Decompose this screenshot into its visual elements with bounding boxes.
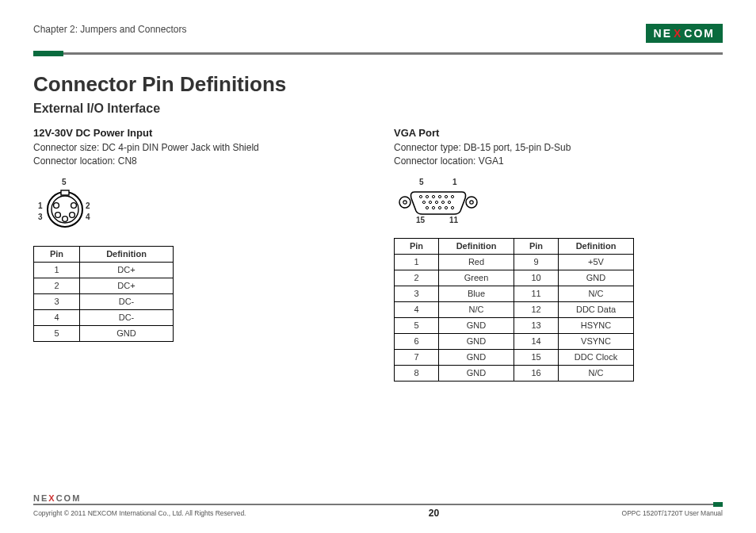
svg-point-27 — [451, 195, 453, 197]
vga-pin-table: Pin Definition Pin Definition 1Red9+5V2G… — [394, 238, 634, 382]
svg-point-26 — [451, 206, 453, 209]
right-column: VGA Port Connector type: DB-15 port, 15-… — [394, 122, 723, 382]
footer-logo-x: X — [48, 493, 55, 503]
table-row: 4DC- — [34, 309, 174, 325]
din-label-2: 2 — [86, 201, 90, 210]
table-row: 5GND13HSYNC — [395, 317, 634, 333]
table-cell: 10 — [514, 270, 559, 286]
svg-point-7 — [63, 216, 68, 221]
logo-text-pre: NE — [654, 27, 672, 40]
power-input-desc2: Connector location: CN8 — [33, 155, 362, 168]
table-cell: DDC Clock — [559, 349, 634, 365]
table-cell: GND — [439, 349, 514, 365]
table-row: 8GND16N/C — [395, 365, 634, 381]
table-cell: HSYNC — [559, 317, 634, 333]
table-cell: 11 — [514, 286, 559, 301]
table-cell: GND — [439, 333, 514, 349]
nexcom-logo: NEXCOM — [646, 24, 723, 43]
content-columns: 12V-30V DC Power Input Connector size: D… — [33, 122, 723, 382]
table-row: 7GND15DDC Clock — [395, 349, 634, 365]
table-row: 6GND14VSYNC — [395, 333, 634, 349]
table-cell: 9 — [514, 254, 559, 270]
doc-title: OPPC 1520T/1720T User Manual — [622, 509, 723, 517]
table-row: 1Red9+5V — [395, 254, 634, 270]
left-column: 12V-30V DC Power Input Connector size: D… — [33, 122, 362, 382]
vga-label-15: 15 — [416, 216, 425, 224]
logo-text-x: X — [674, 27, 682, 40]
svg-point-11 — [470, 200, 473, 203]
svg-point-6 — [70, 212, 75, 217]
table-cell: Red — [439, 254, 514, 270]
table-cell: 4 — [34, 309, 80, 325]
table-row: 3Blue11N/C — [395, 286, 634, 301]
section-subtitle: External I/O Interface — [33, 102, 723, 116]
footer-divider — [33, 504, 723, 505]
table-cell: 5 — [34, 325, 80, 341]
svg-point-10 — [466, 197, 477, 208]
footer-logo: NEXCOM — [33, 493, 723, 503]
svg-point-22 — [426, 206, 428, 209]
table-cell: 6 — [395, 333, 439, 349]
table-cell: 3 — [34, 293, 80, 309]
table-cell: 8 — [395, 365, 439, 381]
table-row: 4N/C12DDC Data — [395, 301, 634, 317]
table-cell: 3 — [395, 286, 439, 301]
page-header: Chapter 2: Jumpers and Connectors NEXCOM — [33, 24, 723, 48]
svg-point-25 — [445, 206, 447, 209]
svg-point-20 — [441, 201, 444, 203]
svg-point-9 — [403, 200, 407, 203]
table-cell: DC- — [80, 309, 174, 325]
svg-point-21 — [448, 201, 450, 203]
svg-point-19 — [435, 201, 437, 203]
table-cell: 1 — [34, 262, 80, 278]
table-cell: GND — [80, 325, 174, 341]
table-row: 2Green10GND — [395, 270, 634, 286]
svg-point-23 — [432, 206, 434, 209]
vga-desc1: Connector type: DB-15 port, 15-pin D-Sub — [394, 141, 723, 155]
table-cell: GND — [439, 317, 514, 333]
table-col-pin2: Pin — [514, 238, 559, 254]
power-input-desc1: Connector size: DC 4-pin DIN Power Jack … — [33, 141, 362, 155]
table-col-def: Definition — [80, 246, 174, 262]
table-cell: 12 — [514, 301, 559, 317]
svg-point-5 — [55, 212, 61, 217]
header-divider — [33, 52, 723, 55]
svg-point-16 — [445, 195, 447, 197]
table-cell: GND — [559, 270, 634, 286]
svg-point-18 — [429, 201, 431, 203]
table-cell: 15 — [514, 349, 559, 365]
page-footer: NEXCOM Copyright © 2011 NEXCOM Internati… — [33, 493, 723, 519]
table-cell: 2 — [395, 270, 439, 286]
svg-point-4 — [71, 202, 77, 208]
table-cell: DC+ — [80, 262, 174, 278]
page-number: 20 — [429, 508, 439, 519]
footer-logo-pre: NE — [33, 493, 48, 503]
vga-heading: VGA Port — [394, 127, 723, 139]
table-cell: N/C — [559, 365, 634, 381]
table-cell: 13 — [514, 317, 559, 333]
vga-connector-diagram: 5 1 15 11 — [397, 179, 479, 227]
page-title: Connector Pin Definitions — [33, 72, 723, 97]
table-cell: 7 — [395, 349, 439, 365]
table-cell: 1 — [395, 254, 439, 270]
svg-point-3 — [54, 202, 59, 208]
vga-connector-icon — [397, 179, 479, 225]
svg-point-24 — [438, 206, 441, 209]
svg-point-14 — [432, 195, 434, 197]
svg-rect-2 — [61, 190, 69, 195]
table-cell: 16 — [514, 365, 559, 381]
table-row: 1DC+ — [34, 262, 174, 278]
table-cell: DC+ — [80, 278, 174, 293]
table-row: 5GND — [34, 325, 174, 341]
table-cell: 2 — [34, 278, 80, 293]
din-label-5: 5 — [62, 178, 67, 186]
din-label-1: 1 — [38, 201, 43, 210]
table-cell: 5 — [395, 317, 439, 333]
table-col-pin: Pin — [34, 246, 80, 262]
vga-label-5: 5 — [419, 178, 424, 186]
svg-point-17 — [422, 201, 425, 203]
table-cell: GND — [439, 365, 514, 381]
power-pin-table: Pin Definition 1DC+2DC+3DC-4DC-5GND — [33, 246, 174, 342]
vga-desc2: Connector location: VGA1 — [394, 155, 723, 168]
copyright-text: Copyright © 2011 NEXCOM International Co… — [33, 509, 246, 517]
